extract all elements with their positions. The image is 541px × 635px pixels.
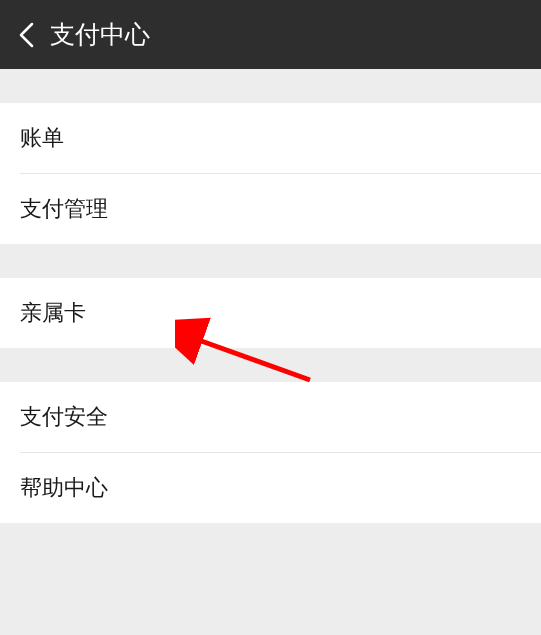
- list-item-payment-security[interactable]: 支付安全: [0, 382, 541, 452]
- section-2: 亲属卡: [0, 278, 541, 348]
- list-item-payment-management[interactable]: 支付管理: [0, 174, 541, 244]
- list-item-family-card[interactable]: 亲属卡: [0, 278, 541, 348]
- list-item-bills[interactable]: 账单: [0, 103, 541, 173]
- list-item-label: 亲属卡: [20, 298, 86, 328]
- list-item-label: 支付管理: [20, 194, 108, 224]
- list-item-label: 帮助中心: [20, 473, 108, 503]
- header-bar: 支付中心: [0, 0, 541, 69]
- section-gap: [0, 244, 541, 278]
- back-icon[interactable]: [12, 21, 40, 49]
- section-1: 账单 支付管理: [0, 103, 541, 244]
- page-title: 支付中心: [50, 18, 150, 51]
- list-item-label: 账单: [20, 123, 64, 153]
- section-gap: [0, 69, 541, 103]
- section-3: 支付安全 帮助中心: [0, 382, 541, 523]
- list-item-label: 支付安全: [20, 402, 108, 432]
- section-gap: [0, 348, 541, 382]
- list-item-help-center[interactable]: 帮助中心: [0, 453, 541, 523]
